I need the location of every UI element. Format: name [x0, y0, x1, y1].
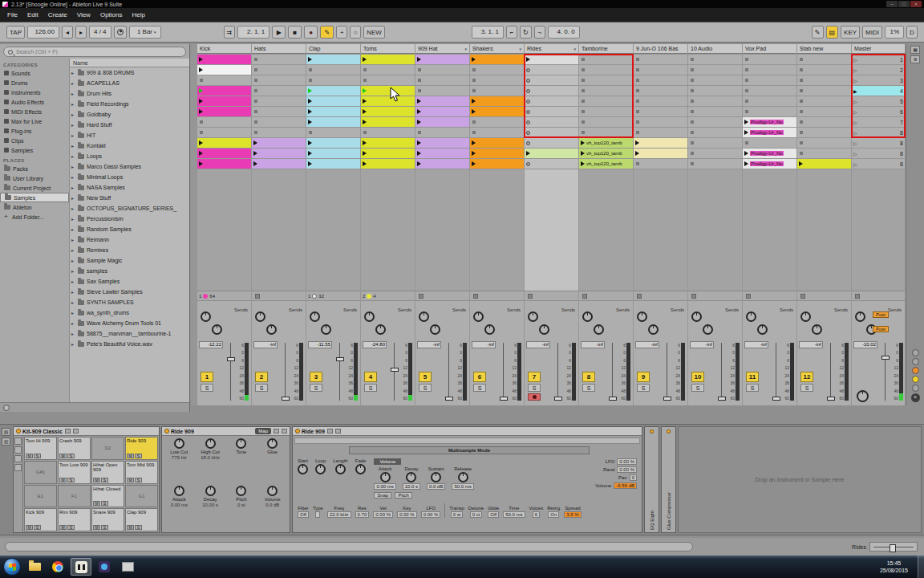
- empty-clip-slot[interactable]: [797, 117, 851, 127]
- drum-pad-crash-909[interactable]: Crash 909MS: [58, 437, 91, 460]
- toggle-snap[interactable]: Snap: [374, 492, 391, 499]
- volume-fader[interactable]: [445, 343, 453, 401]
- overview-icon[interactable]: ≣: [910, 55, 920, 63]
- scene-slot-6[interactable]: ▷6: [852, 107, 905, 116]
- send-a-knob[interactable]: [637, 311, 647, 322]
- empty-clip-slot[interactable]: [743, 138, 796, 148]
- pad-solo-button[interactable]: S: [101, 501, 108, 506]
- clip-slot[interactable]: [470, 138, 524, 148]
- volume-value[interactable]: -11.55: [308, 341, 332, 348]
- hot-swap-icon[interactable]: [65, 429, 71, 434]
- hot-swap-icon[interactable]: [327, 429, 333, 434]
- file-item-nasa-samples[interactable]: ▸NASA Samples: [70, 182, 189, 193]
- track-stop-button[interactable]: [255, 294, 260, 299]
- clip-slot[interactable]: [306, 117, 360, 127]
- drum-pad-tom-mid-909[interactable]: Tom Mid 909MS: [125, 461, 158, 484]
- track-activator-button[interactable]: 5: [419, 372, 432, 382]
- param-knob[interactable]: [355, 464, 366, 474]
- solo-button[interactable]: S: [528, 384, 541, 392]
- send-a-knob[interactable]: [364, 311, 375, 322]
- volume-fader[interactable]: [500, 343, 508, 401]
- empty-clip-slot[interactable]: [634, 86, 687, 96]
- track-activator-button[interactable]: 8: [582, 372, 595, 382]
- arrangement-position-display[interactable]: 2. 1. 1: [237, 26, 270, 39]
- send-b-knob[interactable]: [703, 324, 713, 335]
- param-value[interactable]: Off: [298, 511, 309, 518]
- empty-clip-slot[interactable]: [579, 55, 633, 64]
- pad-solo-button[interactable]: S: [101, 478, 108, 482]
- send-a-post-toggle[interactable]: Post: [873, 311, 889, 318]
- empty-clip-slot[interactable]: [525, 159, 578, 169]
- empty-clip-slot[interactable]: [634, 55, 687, 64]
- taskbar-explorer[interactable]: [24, 558, 45, 576]
- param-value[interactable]: 0 ct: [470, 511, 483, 518]
- empty-clip-slot[interactable]: [306, 65, 360, 75]
- macro-value[interactable]: 0.00 ms: [171, 503, 188, 507]
- track-stop-button[interactable]: [473, 294, 478, 299]
- empty-clip-slot[interactable]: [797, 65, 851, 75]
- place-packs[interactable]: Packs: [0, 164, 69, 173]
- empty-clip-slot[interactable]: [252, 107, 306, 116]
- track-header-kick[interactable]: Kick: [197, 44, 251, 54]
- fader-handle[interactable]: [663, 397, 671, 401]
- empty-clip-slot[interactable]: [470, 65, 524, 75]
- track-activator-button[interactable]: 10: [691, 372, 704, 382]
- follow-button[interactable]: ⇉: [224, 26, 236, 39]
- device-on-icon[interactable]: [164, 429, 169, 434]
- empty-clip-slot[interactable]: [361, 65, 415, 75]
- fader-handle[interactable]: [391, 368, 399, 372]
- empty-clip-slot[interactable]: [415, 65, 469, 75]
- close-button[interactable]: ×: [910, 1, 922, 7]
- mixer-show-toggle[interactable]: [912, 376, 919, 383]
- send-b-knob[interactable]: [539, 324, 549, 335]
- file-item-sample-magic[interactable]: ▸Sample Magic: [70, 255, 189, 266]
- device-on-icon[interactable]: [295, 429, 300, 434]
- send-b-knob[interactable]: [430, 324, 440, 335]
- pad-solo-button[interactable]: S: [34, 525, 41, 530]
- send-b-knob[interactable]: [212, 324, 222, 335]
- pad-solo-button[interactable]: S: [34, 454, 41, 458]
- macro-knob[interactable]: [205, 486, 216, 496]
- empty-clip-slot[interactable]: [470, 128, 524, 137]
- file-item-loops[interactable]: ▸Loops: [70, 151, 189, 161]
- clip-slot[interactable]: [361, 149, 415, 158]
- param-value[interactable]: Off: [488, 511, 499, 518]
- empty-clip-slot[interactable]: [688, 128, 742, 137]
- file-item-random-samples[interactable]: ▸Random Samples: [70, 224, 189, 234]
- clip-slot[interactable]: [470, 159, 524, 169]
- pad-solo-button[interactable]: S: [67, 478, 75, 482]
- loop-length-display[interactable]: 4. 0. 0: [548, 26, 580, 39]
- empty-clip-slot[interactable]: [688, 117, 742, 127]
- loop-button[interactable]: ↻: [520, 26, 532, 39]
- record-arm-button[interactable]: [528, 393, 541, 401]
- solo-button[interactable]: S: [364, 384, 377, 392]
- empty-clip-slot[interactable]: [579, 96, 633, 106]
- send-b-post-toggle[interactable]: Post: [873, 326, 889, 332]
- empty-clip-slot[interactable]: [743, 86, 796, 96]
- track-stop-button[interactable]: [800, 294, 805, 299]
- clip-slot[interactable]: [197, 65, 251, 75]
- automation-arm-button[interactable]: ✎: [320, 26, 334, 39]
- file-item-hit[interactable]: ▸HIT: [70, 130, 189, 140]
- clip-slot[interactable]: vh_top120_tamb: [579, 138, 633, 148]
- track-activator-button[interactable]: 1: [201, 372, 213, 382]
- clip-slot[interactable]: [634, 138, 687, 148]
- fader-handle[interactable]: [500, 397, 508, 401]
- send-b-knob[interactable]: [757, 324, 768, 335]
- pad-solo-button[interactable]: S: [135, 478, 142, 482]
- clip-slot[interactable]: [415, 138, 469, 148]
- device-on-icon[interactable]: [650, 429, 654, 434]
- fold-device-icon[interactable]: [282, 429, 287, 434]
- macro-rack-title-bar[interactable]: Ride 909Map: [162, 427, 290, 436]
- pad-mute-button[interactable]: M: [59, 478, 67, 482]
- clip-slot[interactable]: [525, 149, 578, 158]
- clip-slot[interactable]: [306, 96, 360, 106]
- fader-handle[interactable]: [282, 397, 290, 401]
- collapsed-device-eq-eight[interactable]: EQ Eight: [644, 426, 659, 533]
- empty-clip-slot[interactable]: [579, 75, 633, 85]
- track-stop-button[interactable]: [582, 294, 587, 299]
- param-knob[interactable]: [298, 464, 308, 474]
- start-button[interactable]: [3, 558, 21, 576]
- solo-button[interactable]: S: [473, 384, 486, 392]
- io-show-toggle[interactable]: [912, 349, 919, 356]
